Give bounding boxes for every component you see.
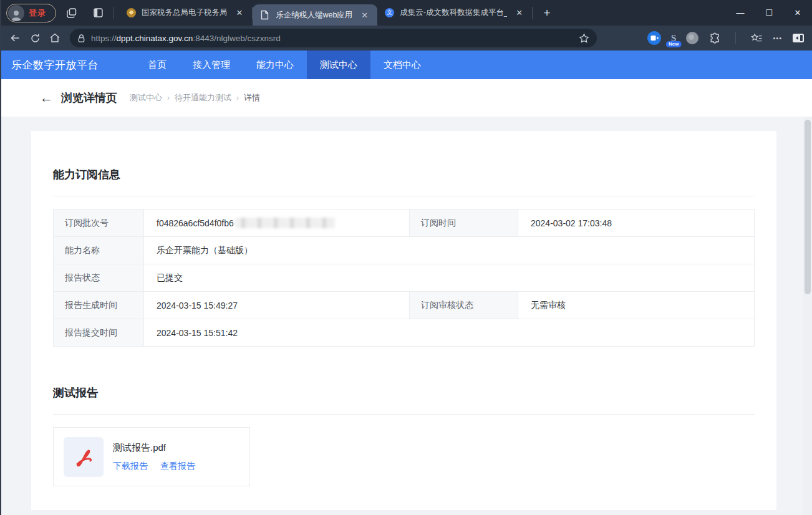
favorites-bar-icon[interactable] [751,33,763,44]
field-label-report-generated-time: 报告生成时间 [54,292,144,319]
detail-card: 能力订阅信息 订阅批次号 f04826a6cf5d4f0fb6 订阅时间 202… [31,131,776,510]
tab-actions-icon[interactable] [87,2,109,24]
report-file-card: 测试报告.pdf 下载报告 查看报告 [53,427,250,486]
scrollbar-track[interactable] [803,117,812,515]
pdf-icon [64,437,104,477]
field-value-subscribe-time: 2024-03-02 17:03:48 [518,209,754,236]
field-value-batch-no: f04826a6cf5d4f0fb6 [144,209,409,236]
s-new-extension-icon[interactable]: S New [671,34,676,42]
breadcrumb-detail: 详情 [244,92,260,103]
subscription-info-table: 订阅批次号 f04826a6cf5d4f0fb6 订阅时间 2024-03-02… [53,209,755,347]
favorite-star-icon[interactable] [579,33,589,44]
address-bar[interactable]: https://dppt.chinatax.gov.cn:8443/nlglwe… [70,29,597,47]
view-report-link[interactable]: 查看报告 [160,461,195,472]
page-header: ← 浏览详情页 测试中心 › 待开通能力测试 › 详情 [1,79,812,117]
profile-login-button[interactable]: 登录 [6,4,56,22]
field-label-batch-no: 订阅批次号 [54,209,144,236]
nav-item-home[interactable]: 首页 [135,51,180,79]
avatar [8,5,24,21]
new-tab-button[interactable]: + [536,2,558,24]
more-options-icon[interactable]: ••• [773,34,782,42]
breadcrumb-separator: › [167,94,170,102]
field-label-capability-name: 能力名称 [54,237,144,264]
new-badge: New [666,41,681,47]
emblem-icon [127,8,136,17]
field-value-report-status: 已提交 [144,264,754,291]
titlebar-separator [114,7,114,19]
page-title: 浏览详情页 [61,90,117,105]
tab-title: 乐企纳税人端web应用 [276,10,352,21]
lock-icon [77,34,85,43]
table-row: 报告状态 已提交 [54,264,754,292]
camera-extension-icon[interactable] [647,31,661,45]
back-icon[interactable] [5,28,25,48]
window-controls: — ☐ ✕ [726,0,812,26]
field-value-report-submit-time: 2024-03-15 15:51:42 [144,319,754,346]
refresh-icon[interactable] [25,28,45,48]
field-value-audit-status: 无需审核 [518,292,754,319]
toolbar-separator [735,32,736,44]
table-row: 报告提交时间 2024-03-15 15:51:42 [54,319,754,347]
tab-title: 成集云-成文数科数据集成平台_可 [400,7,507,18]
sidebar-toggle-icon[interactable] [792,33,805,43]
site-navbar: 乐企数字开放平台 首页 接入管理 能力中心 测试中心 文档中心 [1,51,812,79]
page-icon [260,10,270,20]
home-icon[interactable] [45,28,65,48]
extensions-area: S New ••• [606,31,805,45]
breadcrumb: 测试中心 › 待开通能力测试 › 详情 [130,92,260,103]
field-value-capability-name: 乐企开票能力（基础版） [144,237,754,264]
field-label-report-submit-time: 报告提交时间 [54,319,144,346]
wen-circle-icon: 文 [385,8,394,17]
tab-close-icon[interactable]: ✕ [233,7,246,19]
breadcrumb-pending-capability-test[interactable]: 待开通能力测试 [175,92,231,103]
breadcrumb-test-center[interactable]: 测试中心 [130,92,162,103]
nav-item-access-management[interactable]: 接入管理 [180,51,243,79]
report-links: 下载报告 查看报告 [113,461,195,472]
download-report-link[interactable]: 下载报告 [113,461,148,472]
browser-titlebar: 登录 国家税务总局电子税务局 ✕ [1,0,812,26]
login-label: 登录 [29,7,46,19]
redacted-blur [235,218,335,228]
site-menu: 首页 接入管理 能力中心 测试中心 文档中心 [135,51,434,79]
field-label-report-status: 报告状态 [54,264,144,291]
nav-item-doc-center[interactable]: 文档中心 [370,51,434,79]
field-value-report-generated-time: 2024-03-15 15:49:27 [144,292,409,319]
extensions-puzzle-icon[interactable] [708,32,720,44]
tab-separator [532,7,533,19]
person-icon [9,9,23,21]
scrollbar-thumb[interactable] [805,120,811,294]
section-divider [53,196,755,196]
table-row: 能力名称 乐企开票能力（基础版） [54,237,754,264]
maximize-button[interactable]: ☐ [755,0,783,26]
workspaces-icon[interactable] [61,2,82,24]
tab-close-icon[interactable]: ✕ [513,7,526,19]
browser-toolbar: https://dppt.chinatax.gov.cn:8443/nlglwe… [1,26,812,51]
close-button[interactable]: ✕ [783,0,812,26]
minimize-button[interactable]: — [726,0,755,26]
report-file-info: 测试报告.pdf 下载报告 查看报告 [113,442,195,472]
section-divider [53,414,755,415]
subscription-section-title: 能力订阅信息 [53,167,755,182]
field-label-subscribe-time: 订阅时间 [409,209,518,236]
tab-chengjiyun[interactable]: 文 成集云-成文数科数据集成平台_可 ✕ [377,0,532,26]
table-row: 订阅批次号 f04826a6cf5d4f0fb6 订阅时间 2024-03-02… [54,209,754,237]
tab-close-icon[interactable]: ✕ [358,9,371,21]
back-arrow-icon[interactable]: ← [40,90,53,105]
table-row: 报告生成时间 2024-03-15 15:49:27 订阅审核状态 无需审核 [54,292,754,319]
breadcrumb-separator: › [236,94,239,102]
nav-item-capability-center[interactable]: 能力中心 [243,51,307,79]
field-label-audit-status: 订阅审核状态 [409,292,518,319]
tab-title: 国家税务总局电子税务局 [142,7,228,18]
url-text: https://dppt.chinatax.gov.cn:8443/nlglwe… [91,34,573,43]
report-section-title: 测试报告 [53,385,755,400]
report-file-name: 测试报告.pdf [113,442,195,454]
site-brand: 乐企数字开放平台 [11,58,99,72]
tab-leqi-web-app[interactable]: 乐企纳税人端web应用 ✕ [253,4,377,26]
page-content: 能力订阅信息 订阅批次号 f04826a6cf5d4f0fb6 订阅时间 202… [1,117,812,515]
tab-strip: 国家税务总局电子税务局 ✕ 乐企纳税人端web应用 ✕ 文 成集云-成文数科数据… [119,0,726,26]
nav-item-test-center[interactable]: 测试中心 [307,51,370,79]
tab-etax-bureau[interactable]: 国家税务总局电子税务局 ✕ [119,0,252,26]
gray-circle-extension-icon[interactable] [686,32,698,44]
